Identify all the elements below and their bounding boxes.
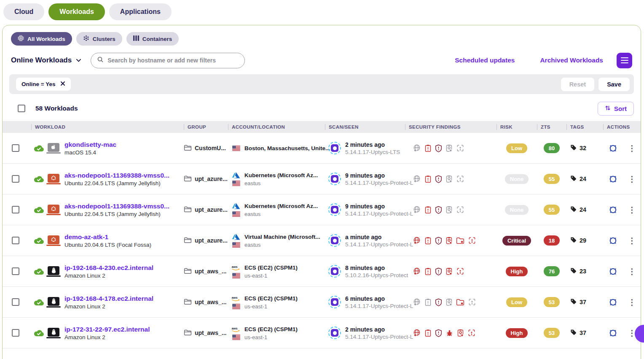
workload-name-link[interactable]: demo-az-atk-1	[64, 233, 108, 240]
zts-score-badge: 18	[544, 235, 560, 246]
folder-icon	[184, 206, 192, 214]
us-flag-icon	[231, 273, 241, 278]
workload-name-link[interactable]: aks-nodepool1-11369388-vmss0...	[64, 172, 169, 179]
reset-button[interactable]: Reset	[561, 78, 595, 91]
row-menu-icon[interactable]: ⋮	[628, 237, 636, 245]
locate-target-icon[interactable]	[608, 205, 618, 215]
tag-count: 32	[580, 145, 586, 151]
tag-icon	[570, 144, 577, 152]
ubuntu-laptop-icon	[46, 235, 61, 246]
top-tabs: Cloud Workloads Applications	[0, 0, 644, 20]
search-input[interactable]	[107, 57, 239, 64]
locate-target-icon[interactable]	[608, 267, 618, 276]
scan-doc-icon	[445, 144, 453, 152]
ubuntu-laptop-icon	[46, 205, 61, 215]
row-menu-icon[interactable]: ⋮	[628, 144, 636, 152]
tab-applications[interactable]: Applications	[109, 3, 172, 20]
row-menu-icon[interactable]: ⋮	[628, 175, 636, 183]
workload-os: Ubuntu 20.04.6 LTS (Focal Fossa)	[64, 242, 151, 248]
aws-icon: aws	[231, 326, 241, 333]
filter-chip-online[interactable]: Online = Yes	[16, 78, 71, 91]
row-checkbox[interactable]	[12, 298, 19, 306]
folder-icon	[184, 329, 192, 337]
col-actions: ACTIONS	[603, 121, 641, 133]
filter-chip-label: Online = Yes	[21, 81, 55, 87]
azure-icon	[231, 202, 241, 210]
row-checkbox[interactable]	[12, 144, 19, 152]
security-findings	[405, 256, 496, 286]
workload-os: macOS 15.4	[64, 149, 116, 156]
account-name: Kubernetes (Microsoft Az...	[244, 172, 318, 178]
workload-name-link[interactable]: gkondisetty-mac	[64, 141, 116, 148]
hamburger-menu-button[interactable]	[617, 53, 632, 68]
account-region: eastus	[244, 180, 260, 186]
security-findings	[405, 133, 496, 163]
workload-name-link[interactable]: ip-192-168-4-178.ec2.internal	[64, 295, 153, 302]
us-flag-icon	[231, 146, 241, 151]
table-row: demo-az-atk-1 Ubuntu 20.04.6 LTS (Focal …	[3, 225, 641, 256]
workload-name-link[interactable]: ip-192-168-4-230.ec2.internal	[64, 264, 153, 271]
apple-laptop-icon	[46, 143, 61, 154]
row-checkbox[interactable]	[12, 175, 19, 183]
tag-count: 37	[580, 299, 586, 305]
globe-icon	[413, 205, 421, 214]
select-all-checkbox[interactable]	[18, 105, 25, 112]
last-seen: 9 minutes ago	[345, 203, 413, 210]
pill-label: Clusters	[93, 36, 115, 42]
agent-version: 5.14.1.17-Uptycs-Protect-L	[345, 334, 413, 340]
last-seen: 9 minutes ago	[345, 172, 413, 179]
globe-icon	[413, 329, 421, 337]
pill-containers[interactable]: Containers	[126, 32, 179, 46]
tux-laptop-icon	[46, 328, 61, 338]
scheduled-updates-link[interactable]: Scheduled updates	[455, 57, 515, 64]
locate-target-icon[interactable]	[608, 297, 618, 307]
globe-icon	[413, 144, 421, 152]
account-region: eastus	[244, 242, 260, 248]
tux-laptop-icon	[46, 297, 61, 308]
row-checkbox[interactable]	[12, 206, 19, 213]
row-menu-icon[interactable]: ⋮	[628, 206, 636, 214]
locate-target-icon[interactable]	[608, 174, 618, 184]
tab-workloads[interactable]: Workloads	[48, 3, 105, 20]
table-row: ip-192-168-4-178.ec2.internal Amazon Lin…	[3, 287, 641, 318]
folder-icon	[184, 237, 192, 245]
row-menu-icon[interactable]: ⋮	[628, 267, 636, 275]
shield-icon	[435, 267, 442, 275]
row-menu-icon[interactable]: ⋮	[628, 298, 636, 306]
row-checkbox[interactable]	[12, 267, 19, 275]
row-checkbox[interactable]	[12, 237, 19, 244]
azure-icon	[231, 233, 241, 240]
archived-workloads-link[interactable]: Archived Workloads	[540, 57, 603, 64]
locate-target-icon[interactable]	[608, 143, 618, 153]
locate-target-icon[interactable]	[608, 328, 618, 338]
uptycs-agent-icon	[328, 173, 341, 185]
shield-icon	[435, 144, 442, 152]
workload-name-link[interactable]: aks-nodepool1-11369388-vmss0...	[64, 202, 169, 210]
tab-cloud[interactable]: Cloud	[3, 3, 44, 20]
us-flag-icon	[231, 242, 241, 248]
cloud-online-icon	[33, 175, 44, 183]
crop-frame-icon	[456, 267, 464, 275]
aws-icon: aws	[231, 295, 241, 302]
pill-all-workloads[interactable]: All Workloads	[11, 32, 72, 46]
locate-target-icon[interactable]	[608, 236, 618, 246]
uptycs-agent-icon	[328, 296, 341, 308]
last-seen: 2 minutes ago	[345, 141, 400, 148]
sort-button[interactable]: Sort	[598, 102, 634, 116]
account-region: eastus	[244, 211, 260, 217]
shield-icon	[435, 329, 442, 337]
security-findings	[405, 164, 496, 194]
tag-icon	[570, 267, 577, 275]
globe-icon	[413, 175, 421, 183]
close-icon[interactable]	[60, 81, 65, 87]
workload-view-selector[interactable]: Online Workloads	[11, 56, 81, 65]
agent-version: 5.14.1.17-Uptycs-Protect-L	[345, 241, 413, 248]
row-checkbox[interactable]	[12, 329, 19, 337]
globe-icon	[413, 267, 421, 275]
save-button[interactable]: Save	[598, 78, 630, 91]
crop-frame-icon	[456, 205, 464, 214]
group-name: upt_azure...	[195, 206, 228, 213]
workload-name-link[interactable]: ip-172-31-22-97.ec2.internal	[64, 326, 150, 333]
pill-clusters[interactable]: Clusters	[76, 32, 122, 46]
ubuntu-laptop-icon	[46, 174, 61, 184]
